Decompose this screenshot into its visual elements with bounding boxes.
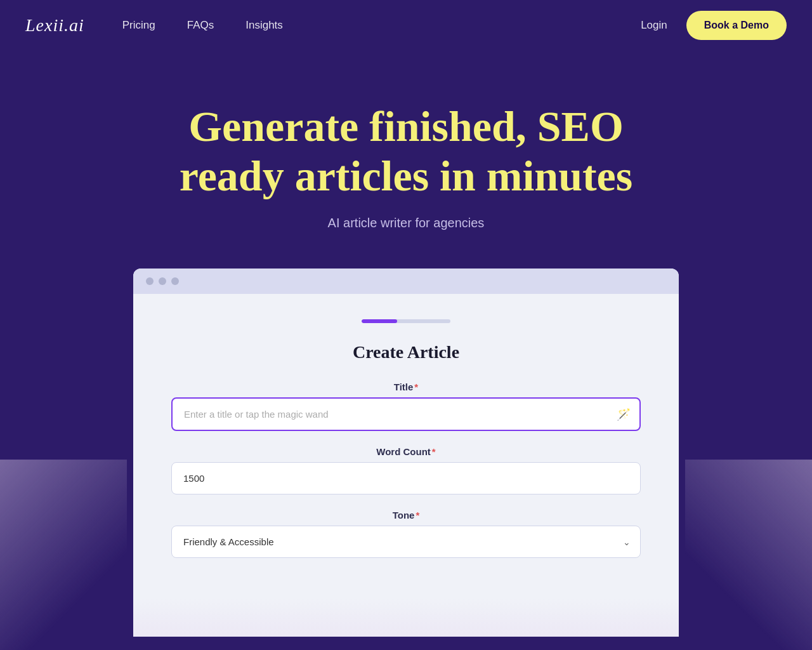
nav-link-insights[interactable]: Insights	[246, 19, 283, 32]
book-demo-button[interactable]: Book a Demo	[686, 11, 787, 40]
nav-link-pricing[interactable]: Pricing	[122, 19, 155, 32]
hero-section: Generate finished, SEO ready articles in…	[0, 51, 812, 650]
browser-dot-1	[146, 277, 154, 285]
tone-select[interactable]: Friendly & Accessible Professional Casua…	[171, 526, 641, 558]
hero-subtitle: AI article writer for agencies	[328, 216, 485, 230]
browser-bar	[133, 269, 679, 294]
progress-bar-track	[362, 319, 450, 323]
nav-link-faqs[interactable]: FAQs	[187, 19, 214, 32]
label-title: Title*	[171, 381, 641, 392]
label-word-count: Word Count*	[171, 446, 641, 457]
nav-links: Pricing FAQs Insights	[122, 19, 283, 32]
required-asterisk-tone: *	[416, 510, 419, 521]
mockup-fade	[133, 599, 679, 637]
form-group-word-count: Word Count*	[171, 446, 641, 494]
navbar-right: Login Book a Demo	[641, 11, 787, 40]
login-link[interactable]: Login	[641, 19, 667, 32]
form-group-title: Title* 🪄	[171, 381, 641, 431]
form-group-tone: Tone* Friendly & Accessible Professional…	[171, 510, 641, 558]
browser-content: Create Article Title* 🪄 Word Count*	[133, 294, 679, 599]
required-asterisk-wordcount: *	[432, 446, 436, 457]
browser-dot-2	[159, 277, 166, 285]
progress-bar-wrapper	[171, 319, 641, 323]
required-asterisk-title: *	[414, 381, 418, 392]
logo[interactable]: Lexii.ai	[25, 15, 84, 36]
label-tone: Tone*	[171, 510, 641, 521]
navbar: Lexii.ai Pricing FAQs Insights Login Boo…	[0, 0, 812, 51]
navbar-left: Lexii.ai Pricing FAQs Insights	[25, 15, 283, 36]
tone-select-wrapper: Friendly & Accessible Professional Casua…	[171, 526, 641, 558]
app-mockup: Create Article Title* 🪄 Word Count*	[133, 269, 679, 637]
hero-title: Generate finished, SEO ready articles in…	[152, 102, 660, 201]
progress-bar-fill	[362, 319, 397, 323]
form-title: Create Article	[171, 342, 641, 362]
word-count-input[interactable]	[171, 462, 641, 494]
browser-window: Create Article Title* 🪄 Word Count*	[133, 269, 679, 637]
title-input[interactable]	[171, 397, 641, 431]
title-input-wrapper: 🪄	[171, 397, 641, 431]
magic-wand-icon[interactable]: 🪄	[617, 408, 631, 421]
browser-dot-3	[171, 277, 179, 285]
